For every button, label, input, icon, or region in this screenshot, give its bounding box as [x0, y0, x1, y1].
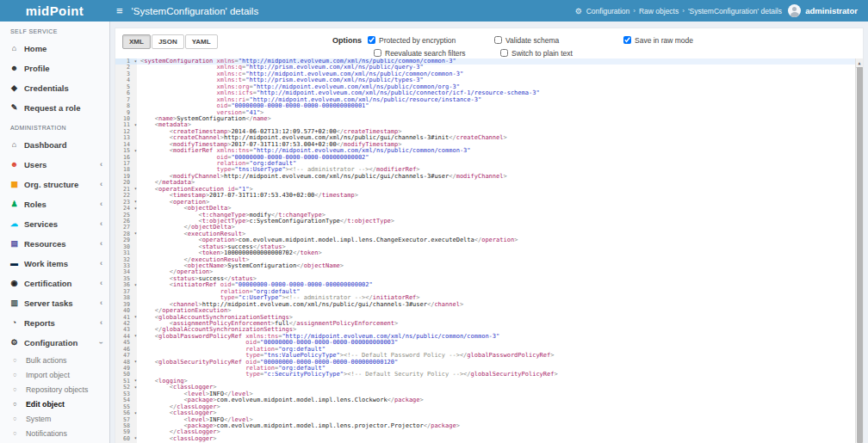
sidebar-item-reports[interactable]: ◔Reports‹ [0, 313, 109, 333]
option-switch-to-plain-text[interactable]: Switch to plain text [500, 46, 623, 59]
chevron-left-icon: ‹ [100, 181, 102, 188]
checkbox-validate-schema[interactable] [494, 36, 502, 44]
sidebar-subitem-bulk-actions[interactable]: ○Bulk actions [0, 353, 109, 367]
sidebar-item-resources[interactable]: ▤Resources‹ [0, 234, 109, 254]
code-line: <logging> [137, 378, 855, 385]
sidebar-item-label: Server tasks [24, 298, 73, 308]
sidebar-item-roles[interactable]: ♟Roles‹ [0, 194, 109, 214]
sidebar-subitem-label: Import object [26, 371, 70, 379]
sidebar-item-org-structure[interactable]: ▦Org. structure‹ [0, 175, 109, 194]
code-line: </classLogger> [137, 404, 855, 410]
format-tab-xml[interactable]: XML [122, 34, 151, 49]
page-title: 'SystemConfiguration' details [132, 6, 259, 16]
option-save-in-raw-mode[interactable]: Save in raw mode [623, 34, 750, 46]
sidebar-menu: SELF SERVICE⌂Home☻Profile◆Credentials✎Re… [0, 22, 109, 443]
code-line: type="c:SecurityPolicyType"><!-- Default… [137, 372, 855, 378]
main-content: XMLJSONYAML Options Protected by encrypt… [109, 22, 868, 443]
users-icon: ☻ [9, 161, 20, 169]
sidebar-item-users[interactable]: ☻Users‹ [0, 155, 109, 175]
circle-icon: ○ [13, 430, 22, 437]
code-line: <modifyChannel>http://midpoint.evolveum.… [137, 174, 855, 180]
breadcrumb-item-systemconfiguration-details: 'SystemConfiguration' details [688, 7, 782, 15]
sidebar-item-label: Home [24, 44, 46, 53]
scrollbar-thumb[interactable] [857, 67, 863, 443]
breadcrumb-separator: › [682, 7, 685, 15]
chevron-left-icon: ‹ [100, 280, 102, 287]
breadcrumb-separator: › [633, 7, 636, 15]
sidebar: SELF SERVICE⌂Home☻Profile◆Credentials✎Re… [0, 22, 110, 443]
sidebar-item-credentials[interactable]: ◆Credentials [0, 78, 109, 98]
sidebar-item-certification[interactable]: ◉Certification‹ [0, 274, 109, 293]
chevron-left-icon: ‹ [100, 200, 102, 208]
home-icon: ⌂ [9, 45, 20, 52]
sidebar-subitem-notifications[interactable]: ○Notifications [0, 426, 109, 440]
sidebar-item-label: Request a role [24, 103, 80, 113]
circle-icon: ○ [13, 372, 22, 378]
sidebar-section-header: SELF SERVICE [0, 22, 109, 39]
sidebar-item-server-tasks[interactable]: ▥Server tasks‹ [0, 293, 109, 313]
sidebar-subitem-repository-objects[interactable]: ○Repository objects [0, 382, 109, 397]
code-line: <classLogger> [137, 436, 855, 442]
options-column: Save in raw mode [623, 34, 750, 59]
breadcrumb-item-configuration[interactable]: Configuration [586, 7, 630, 15]
tasks-icon: ▥ [9, 299, 20, 307]
sidebar-item-label: Users [24, 160, 46, 169]
sidebar-subitem-system[interactable]: ○System [0, 411, 109, 426]
navbar: ≡ 'SystemConfiguration' details ⚙ Config… [109, 0, 868, 22]
circle-icon: ○ [13, 357, 22, 364]
sidebar-item-configuration[interactable]: ⚙Configuration‹ [0, 333, 109, 353]
sidebar-section-header: ADMINISTRATION [0, 118, 109, 135]
checkbox-switch-to-plain-text[interactable] [500, 49, 508, 57]
sidebar-item-dashboard[interactable]: ⌂Dashboard [0, 135, 109, 155]
sidebar-item-profile[interactable]: ☻Profile [0, 58, 109, 78]
gear-icon: ⚙ [9, 339, 20, 347]
format-tab-json[interactable]: JSON [152, 34, 184, 49]
option-protected-by-encryption[interactable]: Protected by encryption [368, 34, 494, 46]
breadcrumb-item-raw-objects[interactable]: Raw objects [639, 7, 679, 15]
code-line: <package>com.evolveum.midpoint.model.imp… [137, 423, 855, 429]
sidebar-item-label: Roles [24, 200, 46, 209]
sidebar-item-request-a-role[interactable]: ✎Request a role [0, 98, 109, 118]
sidebar-subitem-label: System [26, 415, 51, 423]
app-window: midPoint ≡ 'SystemConfiguration' details… [0, 0, 868, 443]
sidebar-item-label: Reports [24, 318, 55, 328]
sidebar-subitem-edit-object[interactable]: ○Edit object [0, 397, 109, 411]
option-validate-schema[interactable]: Validate schema [494, 34, 623, 46]
gear-icon: ⚙ [575, 7, 582, 15]
options-column: Validate schemaSwitch to plain text [494, 34, 623, 59]
avatar [788, 4, 801, 17]
code-line: <objectName>SystemConfiguration</objectN… [137, 263, 855, 269]
app-logo[interactable]: midPoint [0, 0, 109, 22]
options-label: Options [332, 36, 362, 45]
option-label: Validate schema [505, 36, 559, 45]
dashboard-icon: ⌂ [9, 141, 20, 149]
sidebar-subitem-label: Edit object [26, 400, 65, 409]
checkbox-reevaluate-search-filters[interactable] [374, 49, 381, 57]
sidebar-item-home[interactable]: ⌂Home [0, 39, 109, 58]
chevron-left-icon: ‹ [100, 220, 102, 228]
options-column: Protected by encryptionReevaluate search… [368, 34, 494, 59]
circle-icon: ○ [13, 401, 22, 408]
pencil-icon: ✎ [9, 104, 20, 112]
user-menu[interactable]: administrator [788, 0, 858, 22]
checkbox-protected-by-encryption[interactable] [368, 36, 375, 44]
code-line: <timestamp>2017-07-31T11:07:53.430+02:00… [137, 193, 855, 199]
xml-editor[interactable]: 1▾234567891011▾12131415▾161718192021▾222… [115, 58, 863, 443]
editor-scrollbar[interactable]: ▲ [855, 58, 863, 443]
org-structure-icon: ▦ [9, 181, 20, 188]
sidebar-item-label: Credentials [24, 83, 69, 93]
sidebar-item-services[interactable]: ☁Services‹ [0, 214, 109, 234]
option-reevaluate-search-filters[interactable]: Reevaluate search filters [374, 46, 494, 59]
code-line: </classLogger> [137, 429, 855, 435]
sidebar-subitem-import-object[interactable]: ○Import object [0, 367, 109, 382]
chevron-left-icon: ‹ [100, 299, 102, 307]
hamburger-icon[interactable]: ≡ [109, 0, 132, 22]
sidebar-item-label: Profile [24, 64, 50, 73]
editor-toolbar: XMLJSONYAML Options Protected by encrypt… [115, 28, 863, 58]
format-tab-yaml[interactable]: YAML [185, 34, 218, 49]
editor-code[interactable]: <systemConfiguration xmlns="http://midpo… [137, 58, 855, 443]
sidebar-item-work-items[interactable]: ▬Work items‹ [0, 254, 109, 274]
sidebar-item-label: Services [24, 219, 58, 229]
checkbox-save-in-raw-mode[interactable] [623, 36, 631, 44]
sidebar-item-label: Resources [24, 239, 66, 249]
